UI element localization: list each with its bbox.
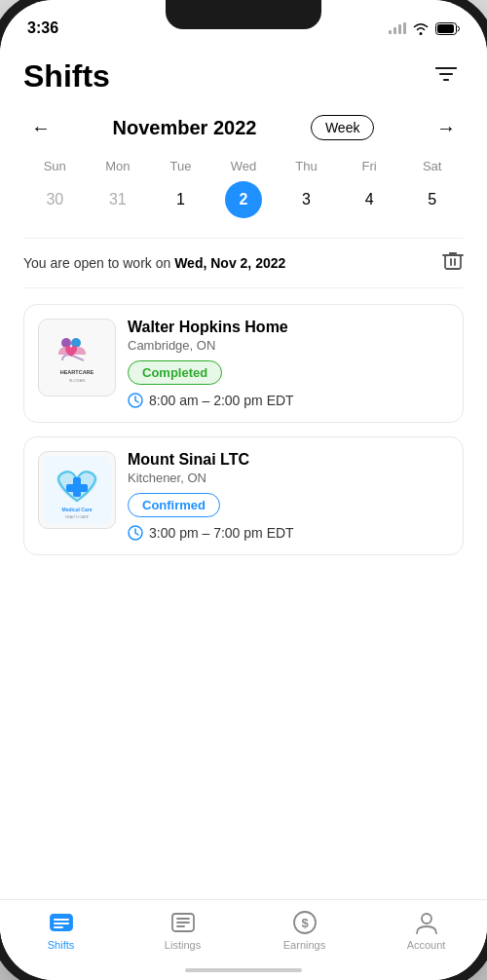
shift-card-1[interactable]: HEARTCARE SLOGAN Walter Hopkins Home Cam… [23, 304, 464, 423]
battery-icon [435, 22, 460, 35]
dates-row: 30 31 1 2 3 4 5 [23, 181, 464, 218]
nav-item-listings[interactable]: Listings [154, 910, 212, 951]
svg-rect-20 [54, 919, 69, 921]
month-year-label: November 2022 [113, 117, 257, 139]
svg-point-29 [422, 914, 431, 923]
week-toggle-button[interactable]: Week [311, 115, 375, 140]
delete-open-work-button[interactable] [442, 250, 464, 276]
shift-time-2: 3:00 pm – 7:00 pm EDT [128, 525, 449, 541]
main-content: Shifts ← November 2022 Week → Sun Mon Tu… [0, 49, 487, 899]
shifts-icon [49, 910, 74, 935]
shift-logo-1: HEARTCARE SLOGAN [38, 319, 116, 396]
nav-label-earnings: Earnings [283, 939, 325, 951]
shift-location-2: Kitchener, ON [128, 471, 449, 485]
clock-icon-1 [128, 393, 143, 408]
header: Shifts [23, 49, 464, 110]
notch [166, 0, 321, 29]
shift-location-1: Cambridge, ON [128, 338, 449, 353]
shift-name-1: Walter Hopkins Home [128, 319, 449, 336]
earnings-icon: $ [292, 910, 318, 935]
calendar-nav: ← November 2022 Week → [23, 110, 464, 145]
svg-rect-6 [445, 255, 461, 269]
svg-rect-15 [66, 484, 88, 492]
svg-rect-3 [403, 22, 406, 34]
day-thu: Thu [275, 159, 338, 173]
next-month-button[interactable]: → [429, 110, 464, 145]
svg-rect-1 [393, 27, 396, 34]
date-3[interactable]: 3 [288, 181, 325, 218]
home-indicator [185, 968, 302, 972]
open-work-banner: You are open to work on Wed, Nov 2, 2022 [23, 238, 464, 288]
signal-icon [389, 22, 406, 34]
day-fri: Fri [338, 159, 401, 173]
filter-icon [435, 67, 457, 87]
date-2-selected[interactable]: 2 [225, 181, 262, 218]
day-sun: Sun [23, 159, 87, 173]
svg-text:Medical Care: Medical Care [62, 507, 93, 512]
account-icon [414, 910, 439, 935]
svg-rect-2 [398, 24, 401, 34]
shift-time-text-2: 3:00 pm – 7:00 pm EDT [149, 525, 294, 541]
day-sat: Sat [400, 159, 464, 173]
phone-frame: 3:36 [0, 0, 487, 980]
svg-rect-22 [54, 926, 63, 928]
date-1[interactable]: 1 [162, 181, 199, 218]
medicalcare-logo-svg: Medical Care HEALTH CARE [43, 456, 111, 524]
day-mon: Mon [87, 159, 150, 173]
open-work-date: Wed, Nov 2, 2022 [174, 255, 285, 271]
wifi-icon [412, 21, 430, 35]
shift-time-1: 8:00 am – 2:00 pm EDT [128, 393, 449, 408]
prev-month-button[interactable]: ← [23, 110, 58, 145]
clock-icon-2 [128, 525, 143, 541]
heartcare-logo-svg: HEARTCARE SLOGAN [43, 323, 111, 392]
svg-text:HEALTH CARE: HEALTH CARE [65, 515, 90, 519]
open-work-text: You are open to work on Wed, Nov 2, 2022 [23, 255, 285, 271]
status-badge-completed: Completed [128, 360, 222, 385]
svg-rect-0 [389, 30, 392, 34]
day-tue: Tue [149, 159, 212, 173]
svg-text:HEARTCARE: HEARTCARE [60, 369, 94, 375]
date-30[interactable]: 30 [36, 181, 73, 218]
svg-rect-21 [54, 923, 69, 924]
nav-item-shifts[interactable]: Shifts [32, 910, 91, 951]
nav-label-account: Account [407, 939, 446, 951]
status-badge-confirmed: Confirmed [128, 493, 220, 517]
status-time: 3:36 [27, 19, 58, 37]
page-title: Shifts [23, 58, 110, 94]
nav-item-earnings[interactable]: $ Earnings [276, 910, 334, 951]
svg-rect-5 [437, 24, 454, 33]
shift-logo-2: Medical Care HEALTH CARE [38, 451, 116, 529]
nav-item-account[interactable]: Account [397, 910, 456, 951]
shift-card-2[interactable]: Medical Care HEALTH CARE Mount Sinai LTC… [23, 436, 464, 555]
listings-icon [170, 910, 196, 935]
day-wed: Wed [212, 159, 276, 173]
status-icons [389, 21, 460, 35]
shift-time-text-1: 8:00 am – 2:00 pm EDT [149, 393, 294, 408]
svg-text:$: $ [301, 916, 309, 930]
shift-info-2: Mount Sinai LTC Kitchener, ON Confirmed … [128, 451, 449, 541]
date-5[interactable]: 5 [414, 181, 451, 218]
days-of-week-header: Sun Mon Tue Wed Thu Fri Sat [23, 159, 464, 173]
phone-screen: 3:36 [0, 0, 487, 980]
nav-label-shifts: Shifts [48, 939, 75, 951]
trash-icon [442, 250, 464, 272]
date-31[interactable]: 31 [99, 181, 136, 218]
nav-label-listings: Listings [165, 939, 201, 951]
svg-text:SLOGAN: SLOGAN [69, 378, 86, 383]
filter-button[interactable] [429, 59, 464, 94]
date-4[interactable]: 4 [351, 181, 388, 218]
shift-info-1: Walter Hopkins Home Cambridge, ON Comple… [128, 319, 449, 408]
shift-name-2: Mount Sinai LTC [128, 451, 449, 469]
